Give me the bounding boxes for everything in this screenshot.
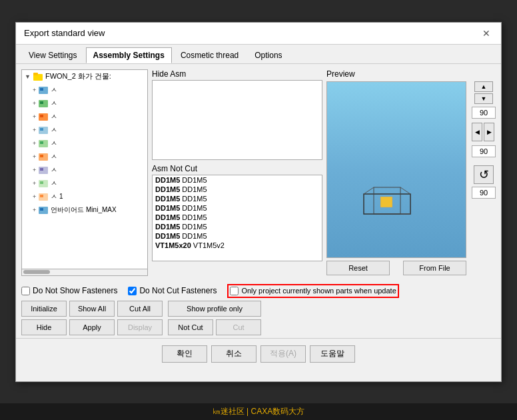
list-item[interactable]: DD1M5 DD1M5 [153, 213, 322, 222]
tree-item-5[interactable]: + ㅅ [22, 137, 147, 150]
tab-cosmetic-thread[interactable]: Cosmetic thread [173, 47, 246, 63]
svg-rect-17 [40, 181, 43, 184]
do-not-cut-fasteners-checkbox-group: Do Not Cut Fasteners [128, 286, 217, 295]
list-item[interactable]: DD1M5 DD1M5 [153, 194, 322, 203]
do-not-show-fasteners-checkbox[interactable] [21, 287, 30, 295]
svg-rect-7 [40, 115, 43, 117]
help-button[interactable]: 도움말 [310, 345, 355, 363]
spin-up-button[interactable]: ▲ [474, 81, 493, 92]
spin-controls: ▲ ▼ ◀ ▶ ↺ [472, 81, 496, 258]
tree-item-3[interactable]: + ㅅ [22, 110, 147, 123]
hide-asm-section: Hide Asm [152, 69, 322, 160]
from-file-button[interactable]: From File [403, 261, 466, 275]
right-button-group: Show profile only Not Cut Cut [168, 301, 261, 335]
left-button-group: Initialize Show All Cut All Hide Apply D… [21, 301, 163, 335]
tree-item-10[interactable]: + 언바이어드 Mini_MAX [22, 203, 147, 217]
spin-right-button[interactable]: ▶ [484, 123, 494, 141]
svg-rect-5 [40, 101, 43, 104]
asm-not-cut-panel[interactable]: DD1M5 DD1M5 DD1M5 DD1M5 DD1M5 DD1M5 DD1M… [152, 175, 322, 261]
tree-item-2[interactable]: + ㅅ [22, 97, 147, 110]
cut-all-button[interactable]: Cut All [117, 301, 163, 317]
button-row-1: Initialize Show All Cut All [21, 301, 163, 317]
spin-down-button[interactable]: ▼ [474, 93, 493, 104]
confirm-button[interactable]: 확인 [162, 345, 207, 363]
main-dialog: Export standard view ✕ View Settings Ass… [15, 22, 502, 382]
list-item[interactable]: VT1M5x20 VT1M5v2 [153, 241, 322, 250]
tree-sub-icon-3 [38, 111, 49, 122]
only-project-checkbox[interactable] [230, 287, 239, 295]
preview-label: Preview [326, 69, 496, 79]
do-not-cut-fasteners-checkbox[interactable] [128, 287, 137, 295]
rotate-button[interactable]: ↺ [474, 165, 494, 184]
tree-sub-icon [38, 85, 49, 95]
middle-panel: Hide Asm Asm Not Cut DD1M5 DD1M5 DD1M5 D… [152, 69, 322, 276]
close-button[interactable]: ✕ [480, 28, 493, 39]
list-item[interactable]: DD1M5 DD1M5 [153, 175, 322, 185]
checkbox-row: Do Not Show Fasteners Do Not Cut Fastene… [21, 284, 496, 298]
tree-folder-icon [33, 71, 43, 82]
do-not-show-fasteners-checkbox-group: Do Not Show Fasteners [21, 286, 117, 295]
spin-left-button[interactable]: ◀ [472, 123, 482, 141]
cut-button[interactable]: Cut [216, 319, 261, 335]
tree-expand-icon: ▼ [25, 73, 31, 80]
tree-hscrollbar[interactable] [21, 269, 148, 276]
tree-item-1[interactable]: + ㅅ [22, 83, 147, 97]
svg-line-25 [364, 187, 374, 194]
svg-rect-19 [40, 195, 43, 197]
tree-item-7[interactable]: + ㅅ [22, 163, 147, 177]
tree-item-4[interactable]: + ㅅ [22, 123, 147, 137]
bottom-controls: Do Not Show Fasteners Do Not Cut Fastene… [16, 281, 501, 338]
list-item[interactable]: DD1M5 DD1M5 [153, 222, 322, 231]
show-profile-only-button[interactable]: Show profile only [168, 301, 261, 317]
tab-view-settings[interactable]: View Settings [21, 47, 85, 63]
hide-button[interactable]: Hide [21, 319, 67, 335]
hide-asm-panel[interactable] [152, 80, 322, 160]
tree-panel[interactable]: ▼ FWON_2 화가 건물: + [22, 70, 147, 269]
svg-rect-24 [380, 197, 392, 207]
svg-rect-3 [40, 88, 43, 91]
dialog-footer: 확인 취소 적용(A) 도움말 [16, 338, 501, 369]
dialog-title: Export standard view [24, 28, 105, 38]
only-project-highlight: Only project currently shown parts when … [227, 284, 398, 298]
content-area: ▼ FWON_2 화가 건물: + [16, 64, 501, 281]
tree-sub-icon-9 [38, 191, 49, 202]
display-button[interactable]: Display [117, 319, 163, 335]
spin-group-vertical: ▲ ▼ [472, 81, 496, 119]
only-project-label: Only project currently shown parts when … [241, 287, 396, 295]
tree-item-8[interactable]: + ㅅ [22, 177, 147, 190]
tree-sub-icon-4 [38, 125, 49, 135]
initialize-button[interactable]: Initialize [21, 301, 67, 317]
spin-group-rotate: ↺ [472, 165, 496, 199]
watermark: ㎞迷社区 | CAXA数码大方 [0, 403, 517, 420]
tab-bar: View Settings Assembly Settings Cosmetic… [16, 45, 501, 64]
spin-rotate-value[interactable] [472, 187, 496, 199]
spin-horizontal-value[interactable] [472, 145, 496, 157]
left-panel: ▼ FWON_2 화가 건물: + [21, 69, 148, 276]
reset-button[interactable]: Reset [326, 261, 390, 275]
apply-button[interactable]: Apply [69, 319, 115, 335]
cancel-button[interactable]: 취소 [211, 345, 257, 363]
hscroll-thumb [23, 270, 50, 274]
show-all-button[interactable]: Show All [69, 301, 115, 317]
not-cut-button[interactable]: Not Cut [168, 319, 213, 335]
svg-rect-11 [40, 141, 43, 144]
button-row-2: Hide Apply Display [21, 319, 163, 335]
tree-sub-icon-7 [38, 165, 49, 175]
tab-assembly-settings[interactable]: Assembly Settings [86, 47, 172, 63]
spin-group-horizontal: ◀ ▶ [472, 123, 496, 141]
button-rows: Initialize Show All Cut All Hide Apply D… [21, 301, 496, 335]
tree-item-6[interactable]: + ㅅ [22, 150, 147, 163]
svg-rect-15 [40, 168, 43, 171]
right-section: Preview [326, 69, 496, 276]
svg-rect-1 [33, 73, 38, 75]
spin-vertical-value[interactable] [472, 107, 496, 119]
do-not-show-fasteners-label: Do Not Show Fasteners [33, 286, 117, 295]
hide-asm-label: Hide Asm [152, 69, 322, 79]
tab-options[interactable]: Options [247, 47, 289, 63]
tree-item-9[interactable]: + ㅅ 1 [22, 190, 147, 203]
list-item[interactable]: DD1M5 DD1M5 [153, 231, 322, 241]
apply-footer-button[interactable]: 적용(A) [260, 345, 306, 363]
tree-item-root[interactable]: ▼ FWON_2 화가 건물: [22, 70, 147, 83]
list-item[interactable]: DD1M5 DD1M5 [153, 203, 322, 213]
list-item[interactable]: DD1M5 DD1M5 [153, 185, 322, 194]
